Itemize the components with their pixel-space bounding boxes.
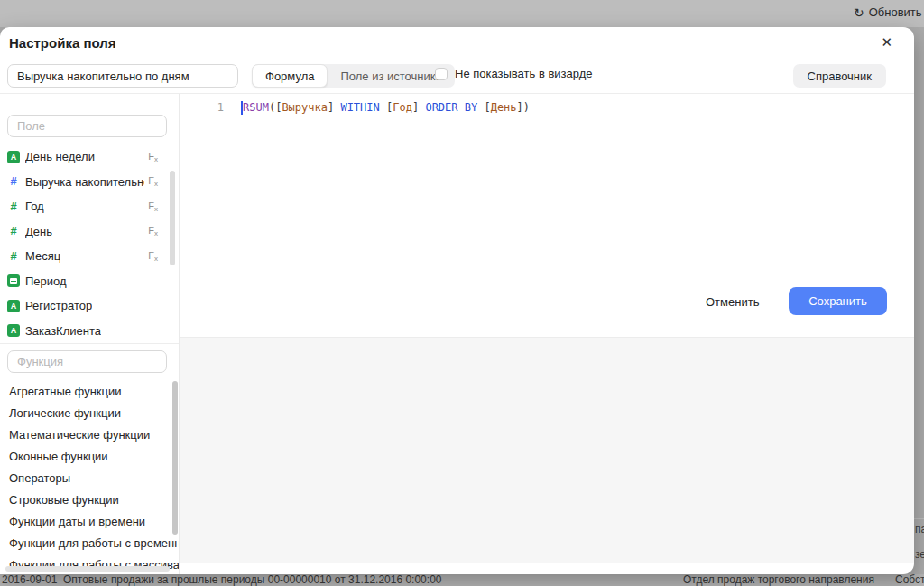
field-row[interactable]: A Регистратор — [0, 293, 180, 319]
row-owner-cell: Собствен — [895, 574, 924, 586]
background-row-divider — [914, 544, 924, 544]
background-topbar: ↻ Обновить пре — [0, 0, 924, 27]
hash-green-icon: # — [7, 225, 20, 237]
function-docs-panel — [180, 337, 914, 563]
reference-button[interactable]: Справочник — [793, 64, 887, 88]
hash-green-icon: # — [7, 250, 20, 263]
function-group-item[interactable]: Оконные функции — [0, 445, 180, 467]
field-name-input[interactable] — [7, 64, 238, 88]
sidebar-horizontal-scrollbar[interactable] — [5, 566, 170, 572]
function-group-item[interactable]: Строковые функции — [0, 488, 180, 510]
field-row[interactable]: # Месяц Fx — [0, 244, 180, 269]
field-row[interactable]: A День недели Fx — [0, 144, 180, 170]
letter-a-green-icon: A — [7, 300, 20, 312]
refresh-label: Обновить пре — [869, 5, 924, 19]
refresh-icon: ↻ — [854, 6, 864, 19]
tab-formula[interactable]: Формула — [252, 64, 328, 88]
row-description-cell: Оптовые продажи за прошлые периоды 00-00… — [63, 574, 441, 586]
functions-scrollbar[interactable] — [172, 381, 178, 535]
hash-blue-icon: # — [7, 175, 20, 188]
screen: ↻ Обновить пре пас зен 2016-09-01 Оптовы… — [0, 0, 924, 586]
hide-in-wizard-checkbox[interactable] — [435, 68, 448, 80]
close-icon[interactable]: ✕ — [881, 34, 892, 51]
field-row[interactable]: # Год Fx — [0, 194, 180, 219]
function-group-item[interactable]: Логические функции — [0, 402, 180, 423]
function-group-item[interactable]: Функции для работы с временным — [0, 532, 180, 553]
formula-badge-icon: Fx — [148, 151, 158, 163]
field-row[interactable]: # Выручка накопительно ... Fx — [0, 170, 180, 195]
line-number: 1 — [180, 101, 224, 115]
formula-badge-icon: Fx — [148, 225, 158, 237]
background-table-row: 2016-09-01 Оптовые продажи за прошлые пе… — [0, 574, 924, 586]
formula-line-code[interactable]: RSUM([Выручка] WITHIN [Год] ORDER BY [Де… — [243, 101, 530, 115]
fields-list: A День недели Fx # Выручка накопительно … — [0, 144, 180, 343]
background-text-fragment: пас — [915, 523, 924, 535]
dialog-title: Настройка поля — [9, 35, 116, 51]
field-row[interactable]: # День Fx — [0, 219, 180, 245]
formula-badge-icon: Fx — [148, 200, 158, 213]
row-department-cell: Отдел продаж торгового направления — [683, 574, 874, 586]
refresh-preview-button[interactable]: ↻ Обновить пре — [854, 5, 924, 19]
background-row-divider — [914, 518, 924, 519]
field-settings-dialog: Настройка поля ✕ Формула Поле из источни… — [0, 27, 914, 574]
function-search-input[interactable] — [7, 350, 167, 373]
formula-badge-icon: Fx — [148, 250, 158, 263]
function-groups-list: Агрегатные функции Логические функции Ма… — [0, 380, 180, 574]
source-mode-tabs: Формула Поле из источника — [252, 64, 455, 88]
save-button[interactable]: Сохранить — [789, 287, 887, 315]
letter-a-green-icon: A — [7, 151, 20, 163]
field-search-input[interactable] — [7, 115, 167, 137]
sidebar: A День недели Fx # Выручка накопительно … — [0, 94, 180, 574]
function-group-item[interactable]: Математические функции — [0, 423, 180, 445]
field-row[interactable]: Период — [0, 269, 180, 294]
row-date-cell: 2016-09-01 — [2, 574, 57, 586]
letter-a-green-icon: A — [7, 324, 20, 337]
function-group-item[interactable]: Агрегатные функции — [0, 380, 180, 402]
hide-in-wizard-option[interactable]: Не показывать в визарде — [435, 67, 593, 80]
calendar-green-icon — [7, 274, 20, 287]
field-row[interactable]: A ЗаказКлиента — [0, 319, 180, 344]
hide-in-wizard-label: Не показывать в визарде — [455, 67, 593, 80]
background-right-strip — [914, 27, 924, 574]
cancel-button[interactable]: Отменить — [706, 293, 759, 310]
background-text-fragment: зен — [915, 548, 924, 561]
formula-badge-icon: Fx — [148, 175, 158, 188]
formula-line[interactable]: 1 RSUM([Выручка] WITHIN [Год] ORDER BY [… — [180, 101, 914, 115]
sidebar-divider — [0, 343, 180, 344]
function-group-item[interactable]: Операторы — [0, 467, 180, 488]
fields-scrollbar[interactable] — [170, 171, 175, 265]
function-group-item[interactable]: Функции даты и времени — [0, 510, 180, 532]
hash-green-icon: # — [7, 200, 20, 213]
